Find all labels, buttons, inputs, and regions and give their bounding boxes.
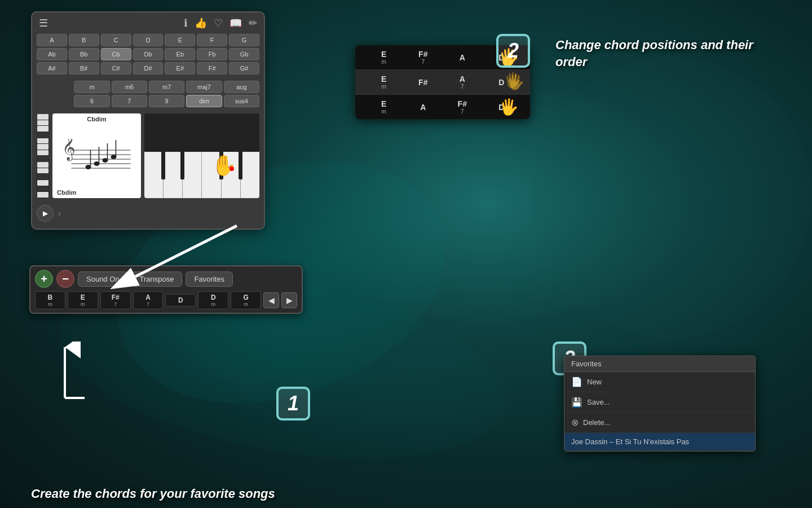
chord-pos-row-2[interactable]: E m A F# 7 D 🖐 <box>355 95 530 119</box>
key-Eb[interactable]: Eb <box>165 48 195 60</box>
transpose-button[interactable]: Transpose <box>131 271 183 287</box>
mod-9[interactable]: 9 <box>149 95 184 107</box>
remove-chord-button[interactable]: − <box>56 270 74 288</box>
step2-text: Change chord positions and their order <box>555 37 770 70</box>
step1-text: Create the chords for your favorite song… <box>31 485 275 502</box>
mod-maj7[interactable]: maj7 <box>186 81 222 93</box>
key-G[interactable]: G <box>229 34 259 46</box>
add-chord-button[interactable]: + <box>35 270 53 288</box>
key-Bb[interactable]: Bb <box>69 48 99 60</box>
upward-arrow <box>56 341 90 409</box>
key-Asharp[interactable]: A# <box>37 62 67 75</box>
sound-on-button[interactable]: Sound On <box>78 271 128 287</box>
key-Dsharp[interactable]: D# <box>133 62 164 75</box>
key-Esharp[interactable]: E# <box>165 62 195 75</box>
info-icon[interactable]: ℹ <box>184 17 188 29</box>
staff-svg: 𝄞 <box>52 139 141 184</box>
chord-cell-5[interactable]: D m <box>198 291 228 309</box>
favorites-song-label: Joe Dassin – Et Si Tu N'existais Pas <box>571 437 689 446</box>
favorites-new[interactable]: 📄 New <box>564 372 755 392</box>
flat-keys-row: Ab Bb Cb Db Eb Fb Gb <box>37 48 259 60</box>
piano-photo-display: 🤚 <box>144 113 259 198</box>
sharp-keys-row: A# B# C# D# E# F# G# <box>37 62 259 75</box>
app-window: ☰ ℹ 👍 ♡ 📖 ✏ A B C D E F G Ab Bb Cb Db Eb… <box>31 11 265 230</box>
chord-cell-6[interactable]: G m <box>231 291 261 309</box>
step1-badge-container: 1 <box>276 387 310 421</box>
mod-empty1 <box>37 81 72 93</box>
sheet-music-display: Cbdim 𝄞 Cbdim <box>52 113 141 198</box>
key-E[interactable]: E <box>165 34 195 46</box>
key-C[interactable]: C <box>101 34 131 46</box>
app-toolbar: ☰ ℹ 👍 ♡ 📖 ✏ <box>37 17 259 29</box>
natural-keys-row: A B C D E F G <box>37 34 259 46</box>
key-F[interactable]: F <box>197 34 227 46</box>
favorites-song[interactable]: Joe Dassin – Et Si Tu N'existais Pas <box>564 433 755 451</box>
like-icon[interactable]: 👍 <box>195 17 207 29</box>
mod-7[interactable]: 7 <box>112 95 147 107</box>
pen-icon[interactable]: ✏ <box>249 17 257 29</box>
favorites-save[interactable]: 💾 Save... <box>564 392 755 413</box>
mod-dim[interactable]: dim <box>186 95 222 107</box>
chord-cell-1[interactable]: E m <box>68 291 98 309</box>
key-Ab[interactable]: Ab <box>37 48 67 60</box>
chord-bar-top: + − Sound On Transpose Favorites <box>35 270 297 288</box>
mod-m6[interactable]: m6 <box>112 81 147 93</box>
chord-cell-3[interactable]: A 7 <box>133 291 164 309</box>
menu-icon[interactable]: ☰ <box>39 17 48 29</box>
play-controls: ▶ ♪ <box>37 203 259 224</box>
modifier-row2: 6 7 9 dim sus4 <box>37 95 259 107</box>
mod-sus4[interactable]: sus4 <box>224 95 259 107</box>
play-button[interactable]: ▶ <box>37 205 54 222</box>
key-B[interactable]: B <box>69 34 99 46</box>
delete-icon: ⊗ <box>571 417 579 428</box>
step2-badge: 2 <box>496 34 530 68</box>
step2-badge-container: 2 <box>496 34 530 68</box>
chord-pos-row-1[interactable]: E m F# A 7 D 🖐 🖐 <box>355 70 530 95</box>
mini-keyboard-vertical <box>37 113 49 198</box>
mod-m[interactable]: m <box>74 81 109 93</box>
favorites-header: Favorites <box>564 356 755 372</box>
favorites-button[interactable]: Favorites <box>186 271 232 287</box>
favorites-new-label: New <box>587 378 602 386</box>
new-doc-icon: 📄 <box>571 376 582 387</box>
step1-badge: 1 <box>276 387 310 421</box>
key-A[interactable]: A <box>37 34 67 46</box>
heart-icon[interactable]: ♡ <box>214 17 223 29</box>
favorites-save-label: Save... <box>587 398 610 406</box>
chord-name-bottom: Cbdim <box>57 189 76 196</box>
next-page-button[interactable]: ▶ <box>281 292 297 308</box>
book-icon[interactable]: 📖 <box>230 17 242 29</box>
mod-aug[interactable]: aug <box>224 81 259 93</box>
key-Bsharp[interactable]: B# <box>69 62 99 75</box>
key-Fsharp[interactable]: F# <box>197 62 227 75</box>
mod-m7[interactable]: m7 <box>149 81 184 93</box>
hand-cursor-row2: 🖐 <box>499 98 519 116</box>
chord-cell-4[interactable]: D <box>165 294 196 306</box>
key-Csharp[interactable]: C# <box>101 62 131 75</box>
hand-animated-row1b: 🖐 <box>504 72 522 89</box>
key-Db[interactable]: Db <box>133 48 164 60</box>
mod-empty2 <box>37 95 72 107</box>
key-Gb[interactable]: Gb <box>229 48 259 60</box>
chord-name-top: Cbdim <box>87 116 106 122</box>
modifier-row1: m m6 m7 maj7 aug <box>37 81 259 93</box>
key-Fb[interactable]: Fb <box>197 48 227 60</box>
chord-display-area: Cbdim 𝄞 Cbdim <box>37 113 259 198</box>
favorites-panel: Favorites 📄 New 💾 Save... ⊗ Delete... Jo… <box>564 356 756 452</box>
favorites-delete-label: Delete... <box>583 418 610 427</box>
mod-6[interactable]: 6 <box>74 95 109 107</box>
chord-bar: + − Sound On Transpose Favorites B m E m… <box>29 265 303 314</box>
key-Cb[interactable]: Cb <box>101 48 131 60</box>
chord-cell-2[interactable]: F# 7 <box>100 291 131 309</box>
controls-label: ♪ <box>58 211 61 217</box>
chord-bar-bottom: B m E m F# 7 A 7 D D m G m ◀ ▶ <box>35 291 297 309</box>
chord-cell-0[interactable]: B m <box>35 291 65 309</box>
prev-page-button[interactable]: ◀ <box>263 292 279 308</box>
favorites-delete[interactable]: ⊗ Delete... <box>564 413 755 433</box>
save-icon: 💾 <box>571 397 582 408</box>
hand-on-piano: 🤚 <box>211 154 236 177</box>
key-Gsharp[interactable]: G# <box>229 62 259 75</box>
key-D[interactable]: D <box>133 34 164 46</box>
